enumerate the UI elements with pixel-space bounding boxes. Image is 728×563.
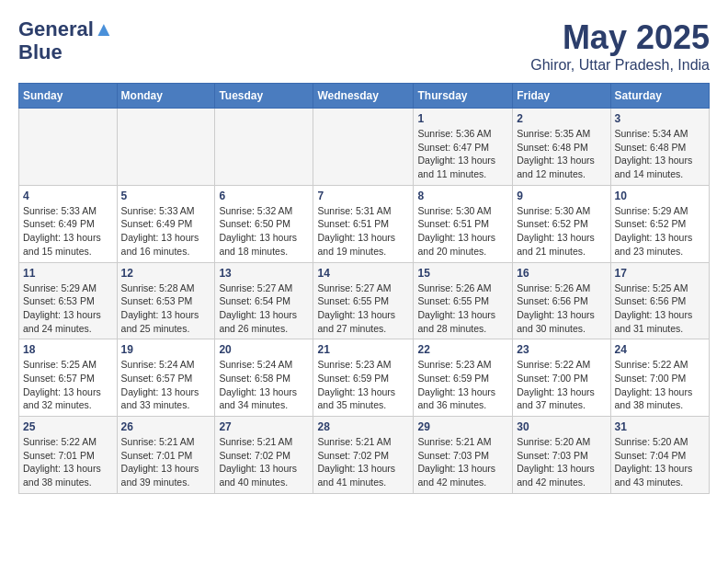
title-section: May 2025 Ghiror, Uttar Pradesh, India bbox=[530, 18, 710, 74]
day-info: Sunrise: 5:30 AM Sunset: 6:52 PM Dayligh… bbox=[517, 204, 606, 259]
day-number: 26 bbox=[121, 420, 211, 433]
header-day-thursday: Thursday bbox=[414, 84, 513, 109]
day-number: 15 bbox=[417, 267, 508, 280]
day-number: 23 bbox=[517, 343, 606, 356]
day-info: Sunrise: 5:20 AM Sunset: 7:03 PM Dayligh… bbox=[517, 435, 606, 489]
day-number: 21 bbox=[317, 343, 409, 356]
day-number: 13 bbox=[219, 267, 309, 280]
calendar-cell: 31Sunrise: 5:20 AM Sunset: 7:04 PM Dayli… bbox=[610, 417, 709, 494]
day-number: 8 bbox=[417, 190, 508, 202]
day-info: Sunrise: 5:34 AM Sunset: 6:48 PM Dayligh… bbox=[615, 127, 705, 181]
day-info: Sunrise: 5:22 AM Sunset: 7:01 PM Dayligh… bbox=[23, 435, 113, 489]
calendar-cell bbox=[117, 109, 215, 186]
day-info: Sunrise: 5:26 AM Sunset: 6:56 PM Dayligh… bbox=[517, 282, 606, 336]
day-number: 25 bbox=[23, 420, 113, 433]
day-info: Sunrise: 5:31 AM Sunset: 6:51 PM Dayligh… bbox=[317, 204, 409, 259]
calendar-cell: 22Sunrise: 5:23 AM Sunset: 6:59 PM Dayli… bbox=[414, 339, 513, 417]
header-day-tuesday: Tuesday bbox=[215, 84, 313, 109]
day-number: 4 bbox=[23, 190, 113, 202]
calendar-cell: 10Sunrise: 5:29 AM Sunset: 6:52 PM Dayli… bbox=[610, 185, 709, 262]
day-info: Sunrise: 5:21 AM Sunset: 7:01 PM Dayligh… bbox=[121, 435, 211, 489]
calendar-cell: 8Sunrise: 5:30 AM Sunset: 6:51 PM Daylig… bbox=[414, 185, 513, 262]
day-number: 12 bbox=[121, 267, 211, 280]
day-info: Sunrise: 5:24 AM Sunset: 6:57 PM Dayligh… bbox=[121, 358, 211, 412]
day-info: Sunrise: 5:25 AM Sunset: 6:56 PM Dayligh… bbox=[615, 282, 705, 336]
day-number: 5 bbox=[121, 190, 211, 202]
calendar-cell: 16Sunrise: 5:26 AM Sunset: 6:56 PM Dayli… bbox=[513, 262, 610, 339]
calendar-cell: 27Sunrise: 5:21 AM Sunset: 7:02 PM Dayli… bbox=[215, 417, 313, 494]
calendar-cell: 24Sunrise: 5:22 AM Sunset: 7:00 PM Dayli… bbox=[610, 339, 709, 417]
logo-blue: Blue bbox=[18, 40, 63, 64]
day-info: Sunrise: 5:24 AM Sunset: 6:58 PM Dayligh… bbox=[219, 358, 309, 412]
calendar-cell: 25Sunrise: 5:22 AM Sunset: 7:01 PM Dayli… bbox=[19, 417, 118, 494]
calendar-cell: 14Sunrise: 5:27 AM Sunset: 6:55 PM Dayli… bbox=[313, 262, 414, 339]
calendar-cell: 9Sunrise: 5:30 AM Sunset: 6:52 PM Daylig… bbox=[513, 185, 610, 262]
day-info: Sunrise: 5:21 AM Sunset: 7:02 PM Dayligh… bbox=[219, 435, 309, 489]
calendar-cell: 20Sunrise: 5:24 AM Sunset: 6:58 PM Dayli… bbox=[215, 339, 313, 417]
calendar-table: SundayMondayTuesdayWednesdayThursdayFrid… bbox=[18, 83, 710, 494]
day-info: Sunrise: 5:23 AM Sunset: 6:59 PM Dayligh… bbox=[417, 358, 508, 412]
calendar-cell bbox=[19, 109, 118, 186]
header: General▲ Blue May 2025 Ghiror, Uttar Pra… bbox=[18, 18, 710, 74]
day-number: 29 bbox=[417, 420, 508, 433]
calendar-week-row: 1Sunrise: 5:36 AM Sunset: 6:47 PM Daylig… bbox=[19, 109, 710, 186]
day-number: 6 bbox=[219, 190, 309, 202]
calendar-week-row: 25Sunrise: 5:22 AM Sunset: 7:01 PM Dayli… bbox=[19, 417, 710, 494]
day-info: Sunrise: 5:22 AM Sunset: 7:00 PM Dayligh… bbox=[615, 358, 705, 412]
calendar-week-row: 11Sunrise: 5:29 AM Sunset: 6:53 PM Dayli… bbox=[19, 262, 710, 339]
day-info: Sunrise: 5:33 AM Sunset: 6:49 PM Dayligh… bbox=[23, 204, 113, 259]
day-number: 7 bbox=[317, 190, 409, 202]
calendar-cell: 5Sunrise: 5:33 AM Sunset: 6:49 PM Daylig… bbox=[117, 185, 215, 262]
day-info: Sunrise: 5:32 AM Sunset: 6:50 PM Dayligh… bbox=[219, 204, 309, 259]
calendar-week-row: 18Sunrise: 5:25 AM Sunset: 6:57 PM Dayli… bbox=[19, 339, 710, 417]
header-day-saturday: Saturday bbox=[610, 84, 709, 109]
day-info: Sunrise: 5:29 AM Sunset: 6:53 PM Dayligh… bbox=[23, 282, 113, 336]
calendar-cell: 30Sunrise: 5:20 AM Sunset: 7:03 PM Dayli… bbox=[513, 417, 610, 494]
day-number: 17 bbox=[615, 267, 705, 280]
calendar-cell: 21Sunrise: 5:23 AM Sunset: 6:59 PM Dayli… bbox=[313, 339, 414, 417]
day-info: Sunrise: 5:36 AM Sunset: 6:47 PM Dayligh… bbox=[417, 127, 508, 181]
day-number: 2 bbox=[517, 112, 606, 125]
month-year-title: May 2025 bbox=[530, 18, 710, 57]
day-info: Sunrise: 5:28 AM Sunset: 6:53 PM Dayligh… bbox=[121, 282, 211, 336]
day-number: 30 bbox=[517, 420, 606, 433]
day-info: Sunrise: 5:30 AM Sunset: 6:51 PM Dayligh… bbox=[417, 204, 508, 259]
day-number: 10 bbox=[615, 190, 705, 202]
day-info: Sunrise: 5:29 AM Sunset: 6:52 PM Dayligh… bbox=[615, 204, 705, 259]
day-info: Sunrise: 5:27 AM Sunset: 6:55 PM Dayligh… bbox=[317, 282, 409, 336]
day-number: 22 bbox=[417, 343, 508, 356]
calendar-cell: 28Sunrise: 5:21 AM Sunset: 7:02 PM Dayli… bbox=[313, 417, 414, 494]
day-number: 31 bbox=[615, 420, 705, 433]
calendar-cell: 6Sunrise: 5:32 AM Sunset: 6:50 PM Daylig… bbox=[215, 185, 313, 262]
day-number: 1 bbox=[417, 112, 508, 125]
header-day-wednesday: Wednesday bbox=[313, 84, 414, 109]
calendar-cell: 19Sunrise: 5:24 AM Sunset: 6:57 PM Dayli… bbox=[117, 339, 215, 417]
calendar-week-row: 4Sunrise: 5:33 AM Sunset: 6:49 PM Daylig… bbox=[19, 185, 710, 262]
calendar-cell: 1Sunrise: 5:36 AM Sunset: 6:47 PM Daylig… bbox=[414, 109, 513, 186]
calendar-cell: 3Sunrise: 5:34 AM Sunset: 6:48 PM Daylig… bbox=[610, 109, 709, 186]
calendar-cell: 12Sunrise: 5:28 AM Sunset: 6:53 PM Dayli… bbox=[117, 262, 215, 339]
header-day-friday: Friday bbox=[513, 84, 610, 109]
day-info: Sunrise: 5:22 AM Sunset: 7:00 PM Dayligh… bbox=[517, 358, 606, 412]
day-number: 19 bbox=[121, 343, 211, 356]
calendar-cell: 15Sunrise: 5:26 AM Sunset: 6:55 PM Dayli… bbox=[414, 262, 513, 339]
logo-text: General▲ bbox=[18, 17, 114, 40]
day-info: Sunrise: 5:26 AM Sunset: 6:55 PM Dayligh… bbox=[417, 282, 508, 336]
day-info: Sunrise: 5:20 AM Sunset: 7:04 PM Dayligh… bbox=[615, 435, 705, 489]
calendar-cell: 4Sunrise: 5:33 AM Sunset: 6:49 PM Daylig… bbox=[19, 185, 118, 262]
header-day-monday: Monday bbox=[117, 84, 215, 109]
calendar-cell: 11Sunrise: 5:29 AM Sunset: 6:53 PM Dayli… bbox=[19, 262, 118, 339]
day-number: 20 bbox=[219, 343, 309, 356]
calendar-cell: 29Sunrise: 5:21 AM Sunset: 7:03 PM Dayli… bbox=[414, 417, 513, 494]
header-day-sunday: Sunday bbox=[19, 84, 118, 109]
day-info: Sunrise: 5:33 AM Sunset: 6:49 PM Dayligh… bbox=[121, 204, 211, 259]
calendar-cell: 13Sunrise: 5:27 AM Sunset: 6:54 PM Dayli… bbox=[215, 262, 313, 339]
location-subtitle: Ghiror, Uttar Pradesh, India bbox=[530, 57, 710, 74]
day-number: 3 bbox=[615, 112, 705, 125]
calendar-cell: 7Sunrise: 5:31 AM Sunset: 6:51 PM Daylig… bbox=[313, 185, 414, 262]
day-number: 16 bbox=[517, 267, 606, 280]
logo: General▲ Blue bbox=[18, 18, 114, 64]
day-info: Sunrise: 5:27 AM Sunset: 6:54 PM Dayligh… bbox=[219, 282, 309, 336]
calendar-cell: 17Sunrise: 5:25 AM Sunset: 6:56 PM Dayli… bbox=[610, 262, 709, 339]
day-info: Sunrise: 5:23 AM Sunset: 6:59 PM Dayligh… bbox=[317, 358, 409, 412]
